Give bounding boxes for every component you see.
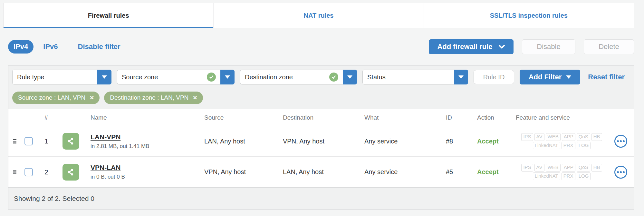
feature-badge: IPS (521, 164, 533, 172)
feature-badge: LinkedNAT (533, 142, 560, 150)
tab-firewall-rules[interactable]: Firewall rules (4, 3, 214, 28)
rule-name-link[interactable]: LAN-VPN (91, 133, 120, 141)
ellipsis-dot (620, 171, 622, 173)
dropdown-arrow-button[interactable] (220, 70, 235, 84)
add-filter-button[interactable]: Add Filter (520, 70, 580, 84)
header-number: # (39, 114, 60, 121)
ipv6-toggle[interactable]: IPv6 (43, 43, 58, 51)
feature-badge: WEB (546, 164, 561, 172)
rule-id: #8 (437, 138, 467, 145)
badges-line-1: IPSAVWEBAPPQoSHB (516, 133, 608, 141)
tab-bar: Firewall rules NAT rules SSL/TLS inspect… (3, 3, 634, 28)
ellipsis-dot (617, 140, 619, 142)
feature-badge: AV (534, 133, 544, 141)
delete-button[interactable]: Delete (584, 39, 634, 54)
feature-badge: HB (591, 164, 602, 172)
rule-action: Accept (467, 168, 505, 176)
drag-handle-icon[interactable] (13, 139, 21, 143)
filter-select-rule-type[interactable]: Rule type (12, 70, 111, 84)
share-icon (62, 133, 79, 150)
firewall-rule-row: 2 VPN-LAN in 0 B, out 0 B VPN, Any host … (8, 157, 634, 187)
feature-badge: IPS (521, 133, 533, 141)
filter-applied-check-icon (207, 73, 216, 82)
chevron-down-icon (102, 75, 107, 79)
filter-select-field: Rule type (12, 70, 97, 84)
filter-select-status[interactable]: Status (362, 70, 468, 84)
ipv4-toggle[interactable]: IPv4 (8, 40, 34, 54)
feature-badge: QoS (577, 164, 590, 172)
chevron-down-icon (458, 75, 464, 79)
dropdown-arrow-button[interactable] (454, 70, 468, 84)
feature-badge: HB (591, 133, 602, 141)
header-feature-and-service: Feature and service (505, 114, 608, 121)
feature-badge: PRX (562, 172, 575, 180)
badges-line-2: LinkedNATPRXLOG (516, 142, 608, 150)
table-footer: Showing 2 of 2. Selected 0 (8, 187, 634, 209)
chevron-down-icon (566, 75, 571, 79)
dropdown-arrow-button[interactable] (343, 70, 357, 84)
tab-label: SSL/TLS inspection rules (490, 12, 568, 19)
filter-select-label: Rule type (17, 74, 44, 81)
remove-chip-icon[interactable]: ✕ (90, 95, 94, 101)
header-source: Source (202, 114, 281, 121)
ellipsis-dot (620, 140, 622, 142)
firewall-rules-panel: Rule type Source zone Destination z (8, 65, 634, 210)
rule-what: Any service (362, 138, 437, 145)
rule-name-link[interactable]: VPN-LAN (91, 164, 120, 172)
rule-source: VPN, Any host (202, 168, 281, 176)
badges-line-2: LinkedNATPRXLOG (516, 172, 608, 180)
filter-chip-source-zone[interactable]: Source zone : LAN, VPN ✕ (12, 92, 100, 104)
feature-badges: IPSAVWEBAPPQoSHB LinkedNATPRXLOG (516, 164, 608, 180)
feature-badge: LinkedNAT (533, 172, 560, 180)
dropdown-arrow-button[interactable] (97, 70, 111, 84)
table-header-row: # Name Source Destination What ID Action… (8, 109, 634, 126)
rule-traffic-stats: in 2.81 MB, out 1.41 MB (91, 143, 202, 150)
rule-source: LAN, Any host (202, 138, 281, 145)
feature-badges: IPSAVWEBAPPQoSHB LinkedNATPRXLOG (516, 133, 608, 150)
badges-line-1: IPSAVWEBAPPQoSHB (516, 164, 608, 172)
filter-applied-check-icon (329, 73, 338, 82)
rule-destination: LAN, Any host (281, 168, 362, 176)
filter-select-field: Source zone (117, 70, 220, 84)
header-destination: Destination (281, 114, 362, 121)
firewall-rules-table: # Name Source Destination What ID Action… (8, 109, 634, 187)
feature-badge: AV (534, 164, 544, 172)
feature-badge: LOG (577, 142, 591, 150)
add-firewall-rule-button[interactable]: Add firewall rule (429, 39, 514, 54)
ellipsis-dot (623, 171, 625, 173)
filter-chip-label: Source zone : LAN, VPN (18, 94, 85, 101)
feature-badge: APP (562, 133, 575, 141)
filter-select-source-zone[interactable]: Source zone (117, 70, 235, 84)
toolbar-actions: Add firewall rule Disable Delete (429, 39, 634, 54)
filter-select-destination-zone[interactable]: Destination zone (240, 70, 357, 84)
rule-id-input[interactable] (474, 70, 514, 84)
remove-chip-icon[interactable]: ✕ (193, 95, 197, 101)
rule-number: 2 (39, 168, 60, 176)
add-firewall-rule-label: Add firewall rule (437, 43, 492, 51)
header-id: ID (437, 114, 467, 121)
row-checkbox[interactable] (24, 137, 33, 145)
reset-filter-link[interactable]: Reset filter (588, 73, 625, 81)
row-menu-button[interactable] (614, 166, 627, 179)
feature-badge: QoS (577, 133, 590, 141)
firewall-rule-row: 1 LAN-VPN in 2.81 MB, out 1.41 MB LAN, A… (8, 126, 634, 157)
tab-ssl-tls-inspection-rules[interactable]: SSL/TLS inspection rules (424, 3, 634, 28)
row-menu-button[interactable] (614, 135, 627, 148)
row-checkbox[interactable] (24, 168, 33, 176)
rules-table-body: 1 LAN-VPN in 2.81 MB, out 1.41 MB LAN, A… (8, 126, 634, 187)
share-icon (62, 164, 79, 181)
header-action: Action (467, 114, 505, 121)
rule-id: #5 (437, 168, 467, 176)
rule-action: Accept (467, 138, 505, 145)
add-filter-label: Add Filter (529, 73, 562, 81)
tab-label: NAT rules (304, 12, 334, 19)
drag-handle-icon[interactable] (13, 170, 21, 174)
header-what: What (362, 114, 437, 121)
disable-filter-link[interactable]: Disable filter (78, 43, 120, 51)
filter-select-label: Destination zone (245, 74, 293, 81)
filter-select-label: Source zone (122, 74, 158, 81)
filter-chip-destination-zone[interactable]: Destination zone : LAN, VPN ✕ (104, 92, 203, 104)
tab-nat-rules[interactable]: NAT rules (214, 3, 424, 28)
disable-button[interactable]: Disable (522, 39, 575, 54)
filter-select-field: Status (362, 70, 454, 84)
